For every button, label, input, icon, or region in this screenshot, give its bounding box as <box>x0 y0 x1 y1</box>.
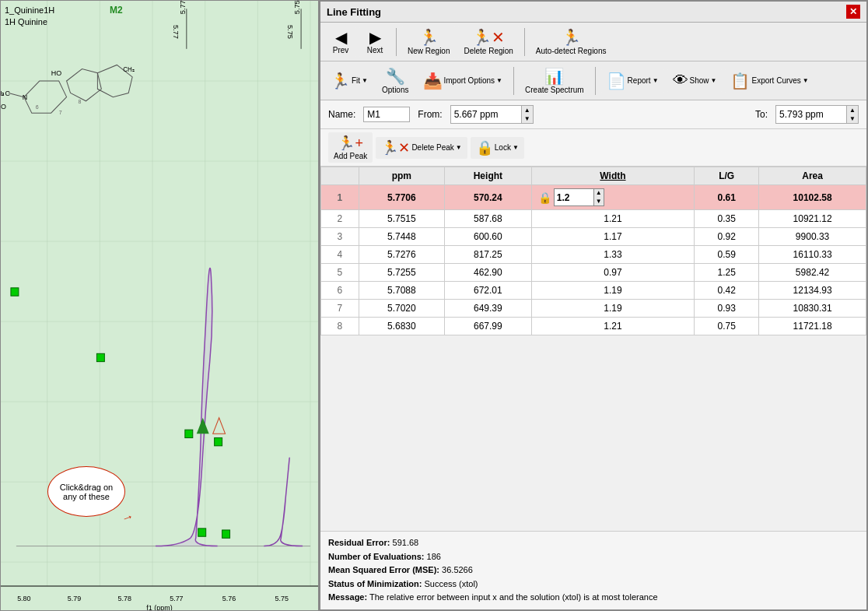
line-fitting-panel: Line Fitting ✕ ◀ Prev ▶ Next 🏃 New Regio… <box>319 0 868 611</box>
table-row[interactable]: 25.7515587.681.210.3510921.12 <box>321 210 866 228</box>
row-ppm: 5.7448 <box>359 228 444 246</box>
width-input[interactable] <box>555 191 593 204</box>
width-spinner-down[interactable]: ▼ <box>594 198 604 205</box>
fit-button[interactable]: 🏃 Fit ▼ <box>325 69 373 93</box>
row-width: 1.19 <box>531 300 694 318</box>
row-height: 462.90 <box>445 264 532 282</box>
report-icon: 📄 <box>607 72 626 90</box>
svg-marker-37 <box>197 418 209 434</box>
svg-text:5.77: 5.77 <box>172 25 180 39</box>
close-button[interactable]: ✕ <box>846 5 860 19</box>
lock-button[interactable]: 🔒 Lock ▼ <box>471 137 524 159</box>
auto-detect-button[interactable]: 🏃 Auto-detect Regions <box>530 26 612 58</box>
row-area: 10830.31 <box>759 300 866 318</box>
row-area: 12134.93 <box>759 282 866 300</box>
auto-detect-icon: 🏃 <box>562 28 581 47</box>
row-width[interactable]: 🔒 ▲ ▼ <box>531 185 694 210</box>
new-region-button[interactable]: 🏃 New Region <box>402 26 455 58</box>
svg-text:5.75: 5.75 <box>275 594 289 602</box>
panel-title: Line Fitting <box>327 6 381 18</box>
row-width: 1.19 <box>531 282 694 300</box>
col-header-lg: L/G <box>695 167 759 185</box>
svg-line-28 <box>9 93 24 97</box>
width-spinner-up[interactable]: ▲ <box>594 189 604 197</box>
table-row[interactable]: 55.7255462.900.971.255982.42 <box>321 264 866 282</box>
row-lg: 0.92 <box>695 228 759 246</box>
table-row[interactable]: 15.7706570.24 🔒 ▲ ▼ 0.6110102.58 <box>321 185 866 210</box>
from-spinner-up[interactable]: ▲ <box>522 106 533 114</box>
table-row[interactable]: 75.7020649.391.190.9310830.31 <box>321 300 866 318</box>
table-row[interactable]: 45.7276817.251.330.5916110.33 <box>321 246 866 264</box>
peaks-table-container: ppm Height Width L/G Area 15.7706570.24 … <box>320 167 866 531</box>
table-row[interactable]: 35.7448600.601.170.929900.33 <box>321 228 866 246</box>
width-spinner[interactable]: ▲ ▼ <box>593 189 604 205</box>
toolbar-row-1: ◀ Prev ▶ Next 🏃 New Region 🏃✕ Delete Reg… <box>320 23 866 61</box>
separator-3 <box>513 67 514 95</box>
row-lg: 0.35 <box>695 210 759 228</box>
message-label: Message: <box>328 592 367 602</box>
from-spinner-down[interactable]: ▼ <box>522 114 533 123</box>
spectrum-panel: 1_Quinine1H 1H Quinine M2 5.77 5.75 5.77… <box>0 0 319 611</box>
export-curves-button[interactable]: 📋 Export Curves ▼ <box>725 69 814 93</box>
col-header-width: Width <box>531 167 694 185</box>
row-lg: 0.59 <box>695 246 759 264</box>
name-input[interactable] <box>363 107 410 122</box>
create-spectrum-icon: 📊 <box>544 67 564 86</box>
row-height: 672.01 <box>445 282 532 300</box>
create-spectrum-button[interactable]: 📊 Create Spectrum <box>520 65 590 97</box>
separator-1 <box>396 28 397 56</box>
delete-region-button[interactable]: 🏃✕ Delete Region <box>458 26 518 58</box>
row-ppm: 5.7020 <box>359 300 444 318</box>
row-num: 2 <box>321 210 359 228</box>
panel-titlebar: Line Fitting ✕ <box>320 2 866 23</box>
row-ppm: 5.7255 <box>359 264 444 282</box>
row-ppm: 5.6830 <box>359 318 444 335</box>
minimization-label: Status of Minimization: <box>328 579 422 588</box>
row-num: 7 <box>321 300 359 318</box>
row-num: 3 <box>321 228 359 246</box>
svg-rect-35 <box>198 528 206 536</box>
to-ppm-group: ▲ ▼ <box>775 105 859 124</box>
col-header-ppm: ppm <box>359 167 444 185</box>
row-height: 817.25 <box>445 246 532 264</box>
show-button[interactable]: 👁 Show ▼ <box>667 69 723 92</box>
from-ppm-spinner[interactable]: ▲ ▼ <box>521 106 533 123</box>
to-ppm-spinner[interactable]: ▲ ▼ <box>846 106 858 123</box>
svg-rect-33 <box>185 430 193 437</box>
row-width: 0.97 <box>531 264 694 282</box>
peaks-table: ppm Height Width L/G Area 15.7706570.24 … <box>320 167 866 335</box>
row-height: 649.39 <box>445 300 532 318</box>
next-icon: ▶ <box>369 30 381 45</box>
row-num: 5 <box>321 264 359 282</box>
report-button[interactable]: 📄 Report ▼ <box>601 69 664 93</box>
message-value: The relative error between input x and t… <box>369 592 658 602</box>
import-options-icon: 📥 <box>423 72 443 90</box>
to-ppm-input[interactable] <box>776 107 846 121</box>
to-spinner-down[interactable]: ▼ <box>847 114 858 123</box>
row-lg: 0.75 <box>695 318 759 335</box>
add-peak-icon: 🏃+ <box>338 135 363 152</box>
to-spinner-up[interactable]: ▲ <box>847 106 858 114</box>
svg-text:CH₂: CH₂ <box>123 66 134 73</box>
next-button[interactable]: ▶ Next <box>359 27 390 57</box>
svg-rect-32 <box>96 353 104 361</box>
from-ppm-group: ▲ ▼ <box>450 105 534 124</box>
prev-button[interactable]: ◀ Prev <box>325 27 356 57</box>
row-area: 10921.12 <box>759 210 866 228</box>
row-lg: 0.61 <box>695 185 759 210</box>
delete-peak-button[interactable]: 🏃✕ Delete Peak ▼ <box>376 137 467 159</box>
separator-2 <box>524 28 525 56</box>
delete-peak-icon: 🏃✕ <box>381 139 410 156</box>
residual-label: Residual Error: <box>328 538 390 547</box>
options-button[interactable]: 🔧 Options <box>376 65 414 97</box>
import-options-button[interactable]: 📥 Import Options ▼ <box>418 69 509 93</box>
spectrum-svg: 5.77 5.75 5.77 5.75 N HO CH₂ 6 7 8 H₃C O <box>1 1 318 610</box>
toolbar-row-2: 🏃 Fit ▼ 🔧 Options 📥 Import Options ▼ 📊 C… <box>320 61 866 100</box>
from-ppm-input[interactable] <box>451 107 521 121</box>
table-row[interactable]: 85.6830667.991.210.7511721.18 <box>321 318 866 335</box>
svg-text:5.75: 5.75 <box>286 25 294 39</box>
add-peak-button[interactable]: 🏃+ Add Peak <box>328 132 373 163</box>
fit-icon: 🏃 <box>331 72 350 90</box>
table-row[interactable]: 65.7088672.011.190.4212134.93 <box>321 282 866 300</box>
col-header-height: Height <box>445 167 532 185</box>
